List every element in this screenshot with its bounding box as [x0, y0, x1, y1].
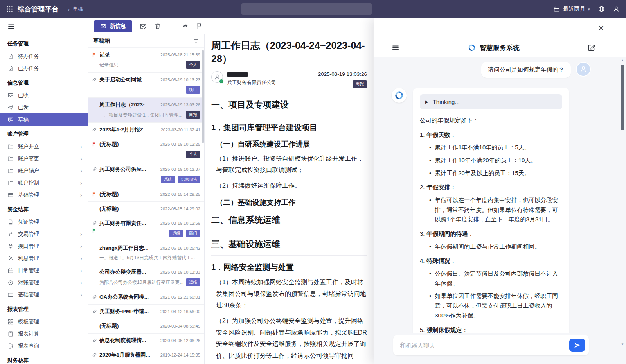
sidebar-item-settle-base[interactable]: 基础管理› [0, 289, 88, 301]
mail-workspace: 新信息 草稿箱 [88, 18, 374, 364]
sidebar-section-title: 信息管理 [0, 74, 88, 89]
forward-icon[interactable] [182, 22, 189, 30]
sidebar-item-interest[interactable]: 利息管理› [0, 252, 88, 264]
mail-list-item[interactable]: zhangx周工作日志...2022-06-16 10:25:42 一、报送 1… [88, 241, 204, 265]
assistant-logo-icon [468, 43, 476, 52]
list-scrollbar-thumb[interactable] [202, 50, 204, 143]
header-left: 综合管理平台 › 草稿 [6, 5, 83, 14]
sidebar-item-received[interactable]: 已收 [0, 89, 88, 101]
delete-icon[interactable] [154, 22, 161, 30]
mail-item-time: 2025-03-19 10:13:33 [160, 270, 200, 274]
sidebar-item-account-open[interactable]: 账户开立› [0, 140, 88, 152]
mail-list-item[interactable]: 兵工财务有限责任...2025-03-19 10:12:59 运维部门 [88, 216, 204, 241]
flag-icon [92, 52, 97, 57]
chat-menu-icon[interactable] [392, 44, 399, 52]
verified-badge-icon: ✓ [219, 79, 224, 84]
sidebar-item-interface[interactable]: 接口管理› [0, 240, 88, 252]
sidebar-collapse-icon[interactable] [7, 23, 15, 30]
sidebar: 任务管理 待办任务 已办任务 信息管理 已收 已发 草稿 账户管理 账户开立› … [0, 18, 88, 364]
mail-item-tag: 部门 [186, 230, 200, 237]
sidebar-item-reconcile[interactable]: 对账管理› [0, 276, 88, 289]
mail-list-item[interactable]: 2023年1-2月月报Z...2023-03-20 11:32:41 [88, 123, 204, 137]
send-button[interactable] [569, 339, 585, 352]
mail-list-item[interactable]: 公司办公楼变压器...2025-03-19 10:13:33 为配合公司办公楼1… [88, 265, 204, 290]
sidebar-item-report-calc[interactable]: 报表计算 [0, 328, 88, 340]
mail-item-time: 2020-09-04 08:59:45 [160, 324, 200, 328]
mail-list-item[interactable]: 2020年1月服务器网...2019-12-24 14:15:35 [88, 348, 204, 362]
mail-item-tag: 系统 [161, 176, 175, 183]
mail-list-item[interactable]: 关于启动公司同城...2025-03-19 10:13:23 项目 [88, 73, 204, 98]
mail-list-item[interactable]: 记录2025-03-18 21:15:39 记录信息个人 [88, 48, 204, 73]
thinking-toggle[interactable]: ▶ Thinking... [420, 94, 562, 109]
mail-list-item[interactable]: 兵工财务公司供应...2025-03-19 10:12:37 系统信息报告 [88, 162, 204, 187]
draft-list-panel: 草稿箱 记录2025-03-18 21:15:39 记录信息个人 [88, 34, 205, 364]
mail-item-title: 兵工财务-PMP申请... [99, 308, 157, 315]
mail-list-item[interactable]: (无标题)2022-08-15 14:29:02 [88, 202, 204, 216]
chat-input[interactable] [400, 342, 569, 349]
mail-item-time: 2019-12-24 14:15:35 [160, 353, 200, 357]
new-message-button[interactable]: 新信息 [94, 20, 132, 32]
sidebar-item-account-change[interactable]: 账户变更› [0, 152, 88, 165]
sidebar-item-report-query[interactable]: 报表查询 [0, 340, 88, 352]
scroll-down-icon[interactable]: ▼ [620, 342, 625, 346]
mail-list-item[interactable]: 信息化制度梳理情...2020-03-06 12:06:26 [88, 334, 204, 348]
chat-scrollbar[interactable]: ▲ ▼ [620, 59, 625, 346]
sidebar-item-account-close[interactable]: 账户销户› [0, 165, 88, 177]
sidebar-item-daily[interactable]: 日常管理› [0, 264, 88, 276]
language-globe-icon[interactable] [598, 5, 605, 13]
chat-scrollbar-thumb[interactable] [621, 65, 624, 130]
mail-item-title: 兵工财务有限责任... [99, 220, 157, 227]
apps-grid-icon[interactable] [6, 5, 13, 13]
mail-item-time: 2025-03-19 10:12:37 [160, 167, 200, 172]
rule-item: 3.年假期间的待遇： •年休假期间的工资与正常工作期间相同。 [420, 229, 562, 251]
mail-list-item[interactable]: 兵工财务-PMP申请...2021-03-12 16:56:00 [88, 305, 204, 319]
sender-name-redacted [227, 72, 248, 77]
flag-icon[interactable] [196, 22, 203, 30]
mail-item-time: 2023-03-20 11:32:41 [161, 127, 200, 132]
assistant-panel-topbar: × [374, 18, 626, 38]
mail-item-tag: 个人 [186, 61, 200, 69]
user-avatar [576, 62, 591, 77]
sidebar-item-drafts[interactable]: 草稿 [0, 113, 88, 126]
compose-icon[interactable] [588, 44, 595, 52]
mail-item-time: 2022-06-16 10:25:42 [160, 246, 200, 251]
mail-list-item[interactable]: OA办公系统合同模...2021-05-12 21:50:01 [88, 290, 204, 305]
mail-list-item[interactable]: (无标题)2025-03-19 10:12:25 个人 [88, 137, 204, 162]
mail-item-title: 2020年1月服务器网... [99, 351, 157, 359]
assistant-title: 智慧服务系统 [480, 43, 520, 52]
mail-list-item[interactable]: (无标题)2020-09-04 08:59:45 [88, 319, 204, 334]
chevron-right-icon: › [80, 192, 82, 198]
filter-icon[interactable] [193, 38, 199, 45]
close-icon[interactable]: × [598, 23, 604, 34]
sidebar-item-transaction[interactable]: 交易管理› [0, 228, 88, 240]
flag-icon [92, 192, 97, 197]
mail-item-time: 2021-03-12 16:56:00 [160, 309, 200, 314]
rule-bullet: •累计工作1年不满10年的员工：5天。 [420, 143, 562, 152]
header-search-input[interactable] [241, 3, 372, 15]
sidebar-item-account-control[interactable]: 账户控制› [0, 177, 88, 189]
mail-detail-panel: 周工作日志（2023-04-24~2023-04-28） ✓ 兵工财务有限责任公… [205, 34, 374, 364]
sidebar-item-template[interactable]: 模板管理 [0, 316, 88, 328]
mail-item-title: (无标题) [99, 205, 157, 212]
scroll-up-icon[interactable]: ▲ [620, 59, 625, 62]
time-filter-dropdown[interactable]: 最近两月 ▾ [553, 5, 590, 13]
sidebar-item-account-base[interactable]: 基础管理› [0, 189, 88, 201]
attachment-icon [92, 338, 97, 343]
sidebar-item-sent[interactable]: 已发 [0, 101, 88, 113]
user-profile-icon[interactable] [613, 5, 620, 13]
mail-list-item-selected[interactable]: 周工作日志（2023-...2025-03-19 13:03:26 一、项目及专… [88, 98, 204, 123]
report-query-icon [7, 343, 14, 349]
mark-read-icon[interactable] [140, 22, 147, 30]
thinking-label: Thinking... [433, 99, 460, 105]
mail-list-item[interactable]: (无标题)2019-08-15 11:10:02 [88, 362, 204, 364]
flag-icon [92, 228, 97, 233]
mail-list-item[interactable]: (无标题)2022-08-15 14:29:25 [88, 187, 204, 202]
mail-detail-body: 一、项目及专项建设 1．集团司库管理平台建设项目 （一）自研系统建设工作进展 （… [211, 92, 367, 364]
sidebar-item-voucher[interactable]: 凭证管理 [0, 216, 88, 228]
detail-paragraph: （1）本周持续加强网络安全监测与处置工作，及时转发集团公司与银保监发布的预警信息… [211, 276, 367, 311]
mail-item-title: zhangx周工作日志... [99, 245, 157, 252]
sidebar-item-todo-tasks[interactable]: 待办任务 [0, 50, 88, 62]
rule-bullet: •累计工作10年不满20年的员工：10天。 [420, 156, 562, 165]
sidebar-item-done-tasks[interactable]: 已办任务 [0, 62, 88, 74]
mail-item-tag: 项目 [186, 86, 200, 94]
